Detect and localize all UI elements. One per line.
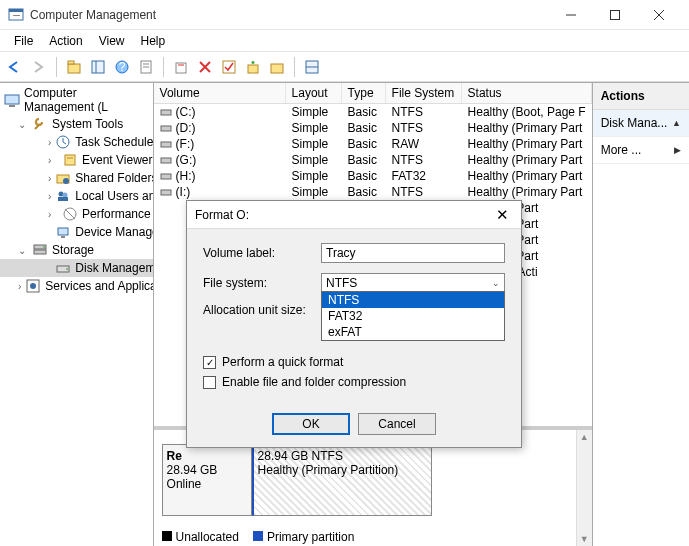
svg-rect-50 <box>161 190 171 195</box>
chevron-right-icon[interactable]: › <box>48 155 58 166</box>
help-button[interactable]: ? <box>111 56 133 78</box>
maximize-button[interactable] <box>593 0 637 30</box>
col-type[interactable]: Type <box>342 83 386 103</box>
close-button[interactable] <box>637 0 681 30</box>
dropdown-option-ntfs[interactable]: NTFS <box>322 292 504 308</box>
svg-point-42 <box>66 268 68 270</box>
scroll-down-icon[interactable]: ▼ <box>580 534 589 544</box>
compression-checkbox[interactable]: Enable file and folder compression <box>203 375 505 389</box>
svg-rect-25 <box>9 105 15 107</box>
col-filesystem[interactable]: File System <box>386 83 462 103</box>
chevron-right-icon[interactable]: › <box>48 209 58 220</box>
chevron-down-icon[interactable]: ⌄ <box>18 245 28 256</box>
tree-root-label: Computer Management (L <box>24 86 149 114</box>
svg-rect-7 <box>68 64 80 73</box>
tree-storage-label: Storage <box>52 243 94 257</box>
new-folder-button[interactable] <box>266 56 288 78</box>
actions-header: Actions <box>593 83 689 110</box>
volume-label-text: Volume label: <box>203 246 321 260</box>
menu-file[interactable]: File <box>6 32 41 50</box>
volume-row[interactable]: (H:)SimpleBasicFAT32Healthy (Primary Par… <box>154 168 592 184</box>
chevron-right-icon[interactable]: › <box>48 191 51 202</box>
tree-device-manager[interactable]: ›Device Manager <box>0 223 153 241</box>
forward-button[interactable] <box>28 56 50 78</box>
tree-system-tools[interactable]: ⌄ System Tools <box>0 115 153 133</box>
tree-disk-management[interactable]: ›Disk Management <box>0 259 153 277</box>
new-button[interactable] <box>242 56 264 78</box>
chevron-down-icon[interactable]: ⌄ <box>18 119 28 130</box>
actions-more-label: More ... <box>601 143 642 157</box>
scroll-up-icon[interactable]: ▲ <box>580 432 589 442</box>
tree-event-viewer[interactable]: ›Event Viewer <box>0 151 153 169</box>
svg-rect-47 <box>161 142 171 147</box>
back-button[interactable] <box>4 56 26 78</box>
ok-button[interactable]: OK <box>272 413 350 435</box>
tree-local-users[interactable]: ›Local Users and Gro <box>0 187 153 205</box>
filesystem-label: File system: <box>203 276 321 290</box>
filesystem-value: NTFS <box>326 276 357 290</box>
volume-row[interactable]: (D:)SimpleBasicNTFSHealthy (Primary Part <box>154 120 592 136</box>
tree-root[interactable]: Computer Management (L <box>0 85 153 115</box>
view-list-button[interactable] <box>301 56 323 78</box>
minimize-button[interactable] <box>549 0 593 30</box>
device-icon <box>55 224 71 240</box>
svg-rect-37 <box>61 236 65 238</box>
chevron-right-icon[interactable]: › <box>48 173 51 184</box>
tools-icon <box>32 116 48 132</box>
col-volume[interactable]: Volume <box>154 83 286 103</box>
filesystem-combobox[interactable]: NTFS ⌄ <box>321 273 505 293</box>
chevron-right-icon[interactable]: › <box>18 281 21 292</box>
event-icon <box>62 152 78 168</box>
menu-help[interactable]: Help <box>133 32 174 50</box>
clock-icon <box>55 134 71 150</box>
refresh-button[interactable] <box>170 56 192 78</box>
dropdown-option-fat32[interactable]: FAT32 <box>322 308 504 324</box>
col-layout[interactable]: Layout <box>286 83 342 103</box>
volume-row[interactable]: (C:)SimpleBasicNTFSHealthy (Boot, Page F <box>154 104 592 120</box>
volume-row[interactable]: (G:)SimpleBasicNTFSHealthy (Primary Part <box>154 152 592 168</box>
scrollbar[interactable]: ▲ ▼ <box>576 430 592 546</box>
dialog-titlebar: Format O: ✕ <box>187 201 521 229</box>
tree-task-scheduler-label: Task Scheduler <box>75 135 153 149</box>
chevron-right-icon[interactable]: › <box>48 137 51 148</box>
tree-services[interactable]: › Services and Applicatio <box>0 277 153 295</box>
users-icon <box>55 188 71 204</box>
cancel-button[interactable]: Cancel <box>358 413 436 435</box>
checkbox-checked-icon: ✓ <box>203 356 216 369</box>
dialog-close-button[interactable]: ✕ <box>492 206 513 224</box>
svg-point-30 <box>63 178 69 184</box>
quick-format-checkbox[interactable]: ✓ Perform a quick format <box>203 355 505 369</box>
dropdown-option-exfat[interactable]: exFAT <box>322 324 504 340</box>
svg-rect-21 <box>271 64 283 73</box>
disk-header-block[interactable]: Re 28.94 GB Online <box>162 444 252 516</box>
menu-action[interactable]: Action <box>41 32 90 50</box>
tree-storage[interactable]: ⌄ Storage <box>0 241 153 259</box>
tree-shared-folders[interactable]: ›Shared Folders <box>0 169 153 187</box>
menu-view[interactable]: View <box>91 32 133 50</box>
tree-performance-label: Performance <box>82 207 151 221</box>
show-hide-tree-button[interactable] <box>87 56 109 78</box>
quick-format-label: Perform a quick format <box>222 355 343 369</box>
actions-more[interactable]: More ... ▶ <box>593 137 689 164</box>
partition-block[interactable]: 28.94 GB NTFS Healthy (Primary Partition… <box>252 444 432 516</box>
collapse-icon: ▲ <box>672 118 681 128</box>
compression-label: Enable file and folder compression <box>222 375 406 389</box>
up-button[interactable] <box>63 56 85 78</box>
col-status[interactable]: Status <box>462 83 592 103</box>
volume-label-input[interactable] <box>321 243 505 263</box>
tree-performance[interactable]: ›Performance <box>0 205 153 223</box>
volume-row[interactable]: (I:)SimpleBasicNTFSHealthy (Primary Part <box>154 184 592 200</box>
menu-bar: File Action View Help <box>0 30 689 52</box>
volume-row[interactable]: (F:)SimpleBasicRAWHealthy (Primary Part <box>154 136 592 152</box>
svg-point-32 <box>63 193 68 198</box>
services-icon <box>25 278 41 294</box>
actions-disk-management[interactable]: Disk Mana... ▲ <box>593 110 689 137</box>
tree-event-viewer-label: Event Viewer <box>82 153 152 167</box>
check-button[interactable] <box>218 56 240 78</box>
disk-status: Online <box>167 477 247 491</box>
chevron-down-icon: ⌄ <box>492 278 500 288</box>
delete-button[interactable] <box>194 56 216 78</box>
properties-button[interactable] <box>135 56 157 78</box>
svg-rect-36 <box>58 228 68 235</box>
tree-task-scheduler[interactable]: ›Task Scheduler <box>0 133 153 151</box>
